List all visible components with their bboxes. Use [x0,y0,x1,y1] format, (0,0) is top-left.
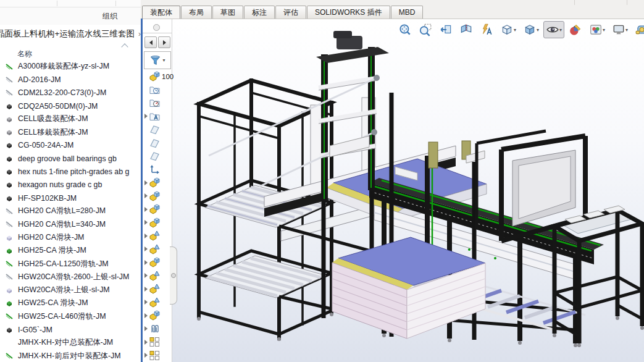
expand-arrow-icon[interactable] [143,260,149,265]
file-item[interactable]: CELL吸盘装配体-JM [0,112,141,125]
expand-arrow-icon[interactable] [143,353,149,358]
file-item[interactable]: HGH20 CA滑轨L=340-JM [0,218,141,231]
file-item[interactable]: HGH25-CA 滑块-JM [0,244,141,257]
file-item[interactable]: A3000移栽装配体-yz-sl-JM [0,60,141,73]
tab-评估[interactable]: 评估 [275,6,306,19]
expand-arrow-icon[interactable] [143,114,149,119]
file-item[interactable]: I-G05`-JM [0,323,141,336]
file-item[interactable]: HGW20CA滑轨-2600-上银-sl-JM [0,271,141,284]
zoom-to-area-button[interactable] [416,21,435,38]
tree-node-mates-folder[interactable] [143,322,172,336]
dropdown-caret-icon[interactable]: ▾ [603,27,605,33]
file-item[interactable]: HGW20CA滑块-上银-sl-JM [0,284,141,297]
file-item[interactable]: JMHX-KH-对中总装配体-JM [0,336,141,349]
breadcrumb[interactable]: 晶面板上料机构+运输流水线三维套图›消 [0,28,141,40]
tree-node-pattern[interactable] [143,349,172,362]
tree-node-origin[interactable] [143,163,172,177]
file-item[interactable]: JMHX-KH-前后对中装配体-JM [0,350,141,362]
tree-node-component-assembly[interactable] [143,190,172,203]
file-item[interactable]: CDM2L32-200-C73(0)-JM [0,86,141,99]
tree-node-component-assembly[interactable] [143,203,172,216]
breadcrumb-bar[interactable]: 晶面板上料机构+运输流水线三维套图›消 [0,25,141,42]
tab-草图[interactable]: 草图 [212,6,243,19]
expand-arrow-icon[interactable] [143,246,149,251]
tree-node-pattern[interactable] [143,335,172,349]
file-item[interactable]: HGW25-CA 滑块-JM [0,297,141,309]
graphics-viewport[interactable]: ▾ 100 ▾▾▾▾▾ [141,19,644,362]
tree-node-component-part[interactable] [143,229,172,243]
organize-button[interactable]: 组织 [102,11,117,22]
apply-scene-icon [589,23,603,36]
expand-arrow-icon[interactable] [143,313,149,318]
file-item[interactable]: HGH25-CA-L1250滑轨-JM [0,257,141,270]
expand-arrow-icon[interactable] [143,326,149,331]
file-item[interactable]: CG-050-24A-JM [0,139,141,152]
tree-node-history-folder[interactable] [143,83,172,97]
tree-node-root[interactable]: 100 [143,70,172,83]
dropdown-caret-icon[interactable]: ▾ [625,27,628,33]
tree-node-plane[interactable] [143,123,172,137]
file-item[interactable]: hexagon nuts grade c gb [0,179,141,192]
tree-node-component-assembly[interactable] [143,216,172,230]
expand-arrow-icon[interactable] [143,340,149,345]
hide-show-items-button[interactable]: ▾ [543,21,564,38]
file-item[interactable]: CDQ2A50-50DM(0)-JM [0,99,141,112]
tree-node-sensors-folder[interactable] [143,96,172,110]
previous-view-button[interactable] [437,21,455,38]
expand-arrow-icon[interactable] [143,220,149,225]
tree-prev-button[interactable] [144,36,157,48]
dropdown-caret-icon[interactable]: ▾ [537,27,539,33]
expand-arrow-icon[interactable] [143,300,149,305]
edit-appearance-button[interactable] [566,21,585,38]
tree-node-component-part[interactable] [143,243,172,256]
file-item[interactable]: hex nuts 1-fine pitch-grades ab g [0,165,141,178]
measure-button[interactable] [632,21,644,38]
expand-arrow-icon[interactable] [143,287,149,292]
assembly-3d-model[interactable] [141,19,644,362]
tree-next-button[interactable] [158,36,170,48]
tree-node-annotations-folder[interactable] [143,110,172,124]
display-style-button[interactable]: ▾ [521,21,542,38]
section-view-button[interactable] [457,21,475,38]
file-item[interactable]: HF-SP102KB-JM [0,192,141,204]
column-header-name[interactable]: 名称 [0,47,141,59]
expand-arrow-icon[interactable] [143,207,149,212]
tree-node-component-part[interactable] [143,269,172,283]
expand-arrow-icon[interactable] [143,273,149,278]
tree-node-component-assembly[interactable] [143,176,172,190]
file-item[interactable]: HGH20 CA滑块-JM [0,231,141,244]
tree-node-component-assembly[interactable] [143,256,172,269]
dropdown-caret-icon[interactable]: ▾ [514,27,516,33]
tab-装配体[interactable]: 装配体 [142,6,180,19]
file-name: CDM2L32-200-C73(0)-JM [18,88,106,97]
file-item[interactable]: HGH20 CA滑轨L=280-JM [0,204,141,217]
annotation-view-button[interactable] [477,21,496,38]
tree-node-plane[interactable] [143,149,172,163]
file-item[interactable]: HGW25-CA-L460滑轨-JM [0,310,141,323]
view-orientation-button[interactable]: ▾ [498,21,519,38]
tab-标注[interactable]: 标注 [244,6,275,19]
tree-node-component-assembly[interactable] [143,309,172,322]
tree-node-component-part[interactable] [143,282,172,296]
tree-filter-button[interactable]: ▾ [144,51,171,69]
apply-scene-button[interactable]: ▾ [587,21,608,38]
file-item[interactable]: deep groove ball bearings gb [0,152,141,165]
tab-MBD[interactable]: MBD [391,6,424,19]
expand-arrow-icon[interactable] [143,193,149,198]
file-name: deep groove ball bearings gb [18,154,117,163]
file-item[interactable]: AD-2016-JM [0,73,141,86]
dropdown-caret-icon[interactable]: ▾ [559,27,562,33]
tree-node-plane[interactable] [143,137,172,150]
panel-splitter-handle[interactable] [153,24,160,31]
command-bar-separator [115,1,116,6]
tree-node-component-part[interactable] [143,296,172,309]
component-assembly-icon [149,177,161,188]
tab-SOLIDWORKS 插件[interactable]: SOLIDWORKS 插件 [307,6,390,19]
tab-布局[interactable]: 布局 [181,6,212,19]
expand-arrow-icon[interactable] [143,180,149,185]
zoom-to-fit-button[interactable] [396,21,414,38]
view-settings-button[interactable]: ▾ [609,21,630,38]
file-item[interactable]: CELL移栽装配体-JM [0,125,141,138]
panel-expand-tab[interactable] [170,246,177,305]
expand-arrow-icon[interactable] [143,234,149,238]
